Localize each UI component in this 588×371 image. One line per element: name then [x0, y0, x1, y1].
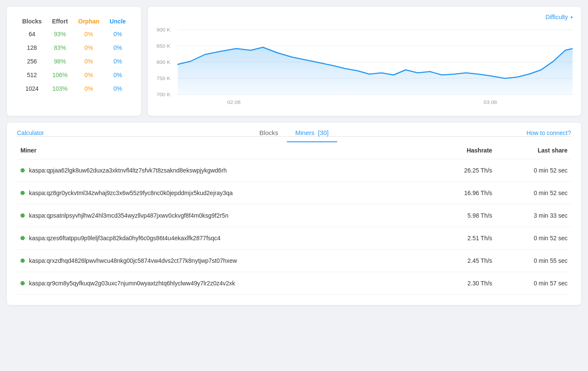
stats-card: Blocks Effort Orphan Uncle 64 93% 0% 0% … [7, 7, 141, 116]
effort-value: 83% [47, 41, 73, 55]
effort-value: 98% [47, 55, 73, 68]
miner-address[interactable]: kaspa:qpjaa62lgk8uw62duxza3xktnvfl4ltz7s… [29, 167, 227, 174]
svg-text:750 K: 750 K [156, 76, 171, 81]
chart-container: 900 K 850 K 800 K 750 K 700 K [156, 24, 573, 109]
miner-address[interactable]: kaspa:qzes6ftatppu9p9leljf3acp82kda0hyf6… [29, 235, 220, 242]
table-row: kaspa:qzes6ftatppu9p9leljf3acp82kda0hyf6… [17, 227, 571, 250]
tabs-center: Blocks Miners [30] [251, 124, 337, 142]
chart-header: Difficulty ▾ [156, 14, 573, 20]
bottom-card: Calculator Blocks Miners [30] How to con… [7, 123, 581, 305]
miners-label: Miners [295, 129, 314, 136]
lastshare-value: 0 min 52 sec [495, 159, 571, 182]
miner-cell: kaspa:qr9cm8y5qyfkuqw2g03uxc7njumn0wyaxt… [17, 272, 431, 295]
miner-cell: kaspa:qrxzdhqd4826lpwvhwcu48nkg00jc5874v… [17, 250, 431, 272]
miner-address[interactable]: kaspa:qr9cm8y5qyfkuqw2g03uxc7njumn0wyaxt… [29, 280, 235, 287]
blocks-value: 64 [17, 27, 47, 41]
svg-text:700 K: 700 K [156, 92, 171, 97]
hashrate-value: 2.30 Th/s [431, 272, 496, 295]
table-row: kaspa:qrxzdhqd4826lpwvhwcu48nkg00jc5874v… [17, 250, 571, 272]
table-row: kaspa:qr9cm8y5qyfkuqw2g03uxc7njumn0wyaxt… [17, 272, 571, 295]
chevron-down-icon: ▾ [571, 15, 573, 20]
uncle-value: 0% [104, 82, 131, 95]
miners-table: Miner Hashrate Last share kaspa:qpjaa62l… [17, 140, 571, 295]
difficulty-label: Difficulty [545, 14, 568, 20]
blocks-value: 1024 [17, 82, 47, 95]
col-lastshare: Last share [495, 140, 571, 159]
online-indicator [20, 213, 25, 218]
miner-cell: kaspa:qz8gr0yckvtml34zwhaj9zc3x6w55z9fyc… [17, 182, 431, 204]
effort-value: 93% [47, 27, 73, 41]
svg-text:850 K: 850 K [156, 43, 171, 49]
orphan-value: 0% [73, 68, 104, 82]
lastshare-value: 3 min 33 sec [495, 204, 571, 227]
miner-cell: kaspa:qpsatnlpsyvhjlhw24hl3mcd354wyzllvp… [17, 204, 431, 227]
online-indicator [20, 281, 25, 285]
col-uncle: Uncle [104, 15, 131, 27]
table-row: 64 93% 0% 0% [17, 27, 131, 41]
miner-address[interactable]: kaspa:qrxzdhqd4826lpwvhwcu48nkg00jc5874v… [29, 257, 237, 264]
svg-text:03.08: 03.08 [484, 100, 498, 105]
online-indicator [20, 191, 25, 195]
miner-cell: kaspa:qzes6ftatppu9p9leljf3acp82kda0hyf6… [17, 227, 431, 250]
miners-count: [30] [318, 129, 329, 136]
col-blocks: Blocks [17, 15, 47, 27]
uncle-value: 0% [104, 55, 131, 68]
how-to-connect-link[interactable]: How to connect? [527, 129, 571, 136]
table-row: 512 106% 0% 0% [17, 68, 131, 82]
hashrate-value: 2.45 Th/s [431, 250, 496, 272]
orphan-value: 0% [73, 55, 104, 68]
tab-miners[interactable]: Miners [30] [287, 124, 337, 142]
table-row: kaspa:qpsatnlpsyvhjlhw24hl3mcd354wyzllvp… [17, 204, 571, 227]
lastshare-value: 0 min 57 sec [495, 272, 571, 295]
chart-card: Difficulty ▾ 900 K 850 K 800 K 750 K 700… [148, 7, 581, 116]
table-row: 256 98% 0% 0% [17, 55, 131, 68]
col-miner: Miner [17, 140, 431, 159]
lastshare-value: 0 min 52 sec [495, 182, 571, 204]
online-indicator [20, 168, 25, 173]
online-indicator [20, 236, 25, 240]
lastshare-value: 0 min 55 sec [495, 250, 571, 272]
effort-value: 103% [47, 82, 73, 95]
hashrate-value: 2.51 Th/s [431, 227, 496, 250]
hashrate-value: 5.98 Th/s [431, 204, 496, 227]
col-hashrate: Hashrate [431, 140, 496, 159]
miner-address[interactable]: kaspa:qpsatnlpsyvhjlhw24hl3mcd354wyzllvp… [29, 212, 229, 219]
table-row: 128 83% 0% 0% [17, 41, 131, 55]
online-indicator [20, 259, 25, 263]
blocks-value: 128 [17, 41, 47, 55]
col-orphan: Orphan [73, 15, 104, 27]
table-row: kaspa:qpjaa62lgk8uw62duxza3xktnvfl4ltz7s… [17, 159, 571, 182]
table-row: 1024 103% 0% 0% [17, 82, 131, 95]
orphan-value: 0% [73, 82, 104, 95]
difficulty-chart: 900 K 850 K 800 K 750 K 700 K [156, 24, 573, 109]
hashrate-value: 16.96 Th/s [431, 182, 496, 204]
difficulty-dropdown[interactable]: Difficulty ▾ [545, 14, 573, 20]
blocks-value: 256 [17, 55, 47, 68]
miner-cell: kaspa:qpjaa62lgk8uw62duxza3xktnvfl4ltz7s… [17, 159, 431, 182]
miner-address[interactable]: kaspa:qz8gr0yckvtml34zwhaj9zc3x6w55z9fyc… [29, 190, 233, 196]
lastshare-value: 0 min 52 sec [495, 227, 571, 250]
hashrate-value: 26.25 Th/s [431, 159, 496, 182]
uncle-value: 0% [104, 68, 131, 82]
svg-text:800 K: 800 K [156, 60, 171, 65]
effort-value: 106% [47, 68, 73, 82]
table-row: kaspa:qz8gr0yckvtml34zwhaj9zc3x6w55z9fyc… [17, 182, 571, 204]
stats-table: Blocks Effort Orphan Uncle 64 93% 0% 0% … [17, 15, 131, 95]
blocks-value: 512 [17, 68, 47, 82]
svg-text:02.08: 02.08 [227, 100, 241, 105]
orphan-value: 0% [73, 41, 104, 55]
tabs-row: Calculator Blocks Miners [30] How to con… [17, 123, 571, 137]
svg-text:900 K: 900 K [156, 27, 171, 32]
orphan-value: 0% [73, 27, 104, 41]
uncle-value: 0% [104, 27, 131, 41]
uncle-value: 0% [104, 41, 131, 55]
tab-blocks[interactable]: Blocks [251, 124, 287, 142]
col-effort: Effort [47, 15, 73, 27]
calculator-link[interactable]: Calculator [17, 129, 44, 136]
